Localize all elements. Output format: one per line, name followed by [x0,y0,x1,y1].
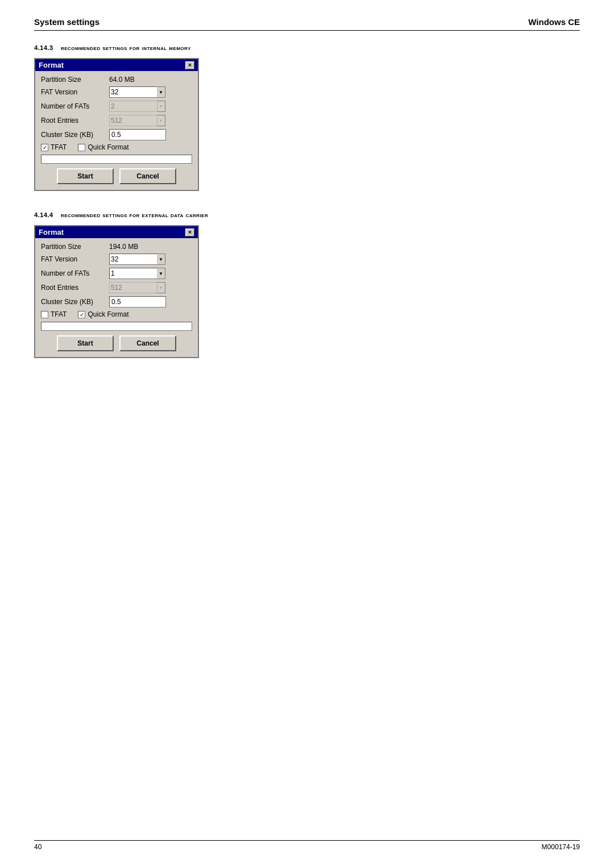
section2-title: Recommended settings for external data c… [61,211,208,218]
dialog1-tfat-checkbox[interactable]: ✓ [41,144,48,151]
dialog1-root-entries-arrow: ▼ [157,115,165,126]
dialog2-label-root-entries: Root Entries [41,284,109,292]
section1-title: Recommended settings for internal memory [61,44,191,51]
dialog1-num-fats-select-wrapper: 2 ▼ [109,101,166,112]
dialog2-quickformat-checkbox[interactable]: ✓ [78,311,85,318]
footer-doc-number: M000174-19 [542,843,580,851]
dialog2-close-button[interactable]: × [185,229,194,236]
dialog1-label-partition-size: Partition Size [41,76,109,84]
header-right: Windows CE [528,17,580,27]
dialog2-tfat-checkbox[interactable] [41,311,48,318]
dialog1-titlebar: Format × [35,59,198,71]
dialog2-quickformat-label: Quick Format [88,310,128,318]
dialog1-value-partition-size: 64.0 MB [109,76,135,84]
dialog1-label-fat-version: FAT Version [41,88,109,96]
dialog2-checkbox-row: TFAT ✓ Quick Format [41,310,192,318]
dialog2-cluster-size-input[interactable] [109,296,166,308]
dialog1: Format × Partition Size 64.0 MB FAT Vers… [34,58,199,191]
dialog1-label-cluster-size: Cluster Size (KB) [41,131,109,139]
dialog1-body: Partition Size 64.0 MB FAT Version 32 ▼ … [35,71,198,190]
dialog1-tfat-label: TFAT [51,143,67,151]
section2-heading: 4.14.4 Recommended settings for external… [34,211,580,218]
dialog2-quickformat-checkbox-item[interactable]: ✓ Quick Format [78,310,128,318]
dialog1-row-partition-size: Partition Size 64.0 MB [41,76,192,84]
dialog2-title: Format [39,228,64,236]
dialog2-label-partition-size: Partition Size [41,243,109,251]
dialog1-row-fat-version: FAT Version 32 ▼ [41,86,192,98]
section2-number: 4.14.4 [34,211,53,218]
dialog2-row-root-entries: Root Entries 512 ▼ [41,282,192,293]
dialog1-progress-bar [41,155,192,164]
dialog1-root-entries-select-wrapper: 512 ▼ [109,115,166,126]
dialog2: Format × Partition Size 194.0 MB FAT Ver… [34,225,199,358]
dialog2-label-fat-version: FAT Version [41,255,109,263]
page-header: System settings Windows CE [34,17,580,31]
dialog2-num-fats-select-wrapper: 1 ▼ [109,268,166,279]
dialog1-fat-version-select-wrapper: 32 ▼ [109,86,166,98]
dialog1-quickformat-checkbox-item[interactable]: Quick Format [78,143,128,151]
section1-heading: 4.14.3 Recommended settings for internal… [34,44,580,51]
dialog2-label-num-fats: Number of FATs [41,269,109,277]
section1-number: 4.14.3 [34,44,53,51]
dialog1-close-button[interactable]: × [185,61,194,69]
dialog1-tfat-checkbox-item[interactable]: ✓ TFAT [41,143,67,151]
dialog2-body: Partition Size 194.0 MB FAT Version 32 ▼… [35,238,198,357]
dialog1-title: Format [39,61,64,69]
dialog2-row-fat-version: FAT Version 32 ▼ [41,254,192,265]
dialog1-cancel-button[interactable]: Cancel [119,168,176,184]
footer-page-number: 40 [34,843,42,851]
dialog2-root-entries-select-wrapper: 512 ▼ [109,282,166,293]
dialog1-fat-version-select[interactable]: 32 [109,86,157,98]
dialog1-cluster-size-input[interactable] [109,129,166,140]
dialog2-row-cluster-size: Cluster Size (KB) [41,296,192,308]
dialog2-root-entries-arrow: ▼ [157,282,165,293]
header-left: System settings [34,17,99,27]
dialog2-row-num-fats: Number of FATs 1 ▼ [41,268,192,279]
dialog2-num-fats-arrow[interactable]: ▼ [157,268,165,279]
dialog2-titlebar: Format × [35,226,198,238]
dialog1-quickformat-checkbox[interactable] [78,144,85,151]
dialog1-row-root-entries: Root Entries 512 ▼ [41,115,192,126]
dialog2-fat-version-select-wrapper: 32 ▼ [109,254,166,265]
dialog2-row-partition-size: Partition Size 194.0 MB [41,243,192,251]
dialog2-cancel-button[interactable]: Cancel [119,335,176,351]
dialog2-label-cluster-size: Cluster Size (KB) [41,298,109,306]
dialog1-checkbox-row: ✓ TFAT Quick Format [41,143,192,151]
dialog2-buttons-row: Start Cancel [41,335,192,351]
dialog2-progress-bar [41,322,192,331]
dialog2-value-partition-size: 194.0 MB [109,243,138,251]
dialog1-root-entries-select: 512 [109,115,157,126]
page-footer: 40 M000174-19 [34,840,580,851]
dialog2-tfat-checkbox-item[interactable]: TFAT [41,310,67,318]
dialog1-fat-version-arrow[interactable]: ▼ [157,86,165,98]
dialog2-num-fats-select[interactable]: 1 [109,268,157,279]
dialog1-num-fats-arrow: ▼ [157,101,165,112]
dialog1-row-num-fats: Number of FATs 2 ▼ [41,101,192,112]
dialog2-fat-version-select[interactable]: 32 [109,254,157,265]
dialog2-start-button[interactable]: Start [57,335,114,351]
dialog1-label-num-fats: Number of FATs [41,102,109,110]
dialog1-num-fats-select: 2 [109,101,157,112]
dialog1-start-button[interactable]: Start [57,168,114,184]
dialog1-row-cluster-size: Cluster Size (KB) [41,129,192,140]
dialog2-root-entries-select: 512 [109,282,157,293]
dialog1-buttons-row: Start Cancel [41,168,192,184]
dialog2-fat-version-arrow[interactable]: ▼ [157,254,165,265]
dialog1-quickformat-label: Quick Format [88,143,128,151]
dialog2-tfat-label: TFAT [51,310,67,318]
dialog1-label-root-entries: Root Entries [41,117,109,124]
